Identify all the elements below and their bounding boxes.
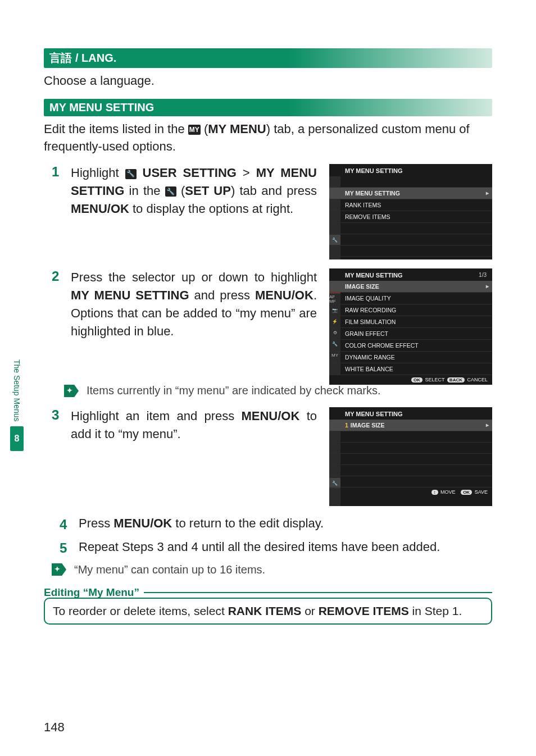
wrench-icon: 🔧: [125, 169, 137, 179]
s2-b2: MENU/OK: [255, 288, 314, 302]
lcd3-e4: [329, 465, 492, 476]
step-1-body: Highlight 🔧 USER SETTING > MY MENU SETTI…: [71, 164, 317, 218]
lcd1-row-0: MY MENU SETTING: [329, 188, 492, 199]
s2-b1: MY MENU SETTING: [71, 288, 189, 302]
lcd2-back-btn: BACK: [447, 377, 465, 382]
s1-t4: ) tab and press: [231, 184, 317, 198]
eb-b1: RANK ITEMS: [228, 604, 302, 617]
s2-t1: Press the selector up or down to highlig…: [71, 270, 317, 284]
step-1-num: 1: [52, 164, 64, 259]
lang-title: / LANG.: [75, 52, 116, 65]
editing-rule: [144, 592, 492, 593]
s4-b1: MENU/OK: [113, 516, 172, 530]
step-4-body: Press MENU/OK to return to the edit disp…: [79, 515, 324, 534]
step-3-body: Highlight an item and press MENU/OK to a…: [71, 407, 317, 443]
lcd1-empty-row: [329, 176, 492, 188]
intro-text-2: (: [201, 122, 208, 136]
note-2: “My menu” can contain up to 16 items.: [52, 563, 492, 576]
eb-b2: REMOVE ITEMS: [319, 604, 409, 617]
lcd3-e1: [329, 431, 492, 443]
lcd3-e2: [329, 443, 492, 454]
step-5-body: Repeat Steps 3 and 4 until all the desir…: [79, 539, 440, 558]
s1-t5: to display the options at right.: [129, 202, 293, 216]
lcd2-row-4: GRAIN EFFECT: [329, 328, 492, 340]
step-4-num: 4: [60, 515, 72, 534]
s2-t2: and press: [189, 288, 255, 302]
lcd-screenshot-3: 🔧 MY MENU SETTING 1IMAGE SIZE ↕ MOVE: [329, 407, 492, 506]
lcd3-e5: [329, 476, 492, 488]
section-header-mymenu: MY MENU SETTING: [44, 99, 492, 116]
lcd2-cancel: CANCEL: [467, 377, 488, 382]
lcd3-save: SAVE: [475, 489, 488, 495]
note-1: Items currently in “my menu” are indicat…: [64, 384, 492, 397]
lcd3-title: MY MENU SETTING: [329, 407, 492, 420]
lang-kanji: 言語: [49, 51, 72, 66]
s4-t1: Press: [79, 516, 113, 530]
note-1-text: Items currently in “my menu” are indicat…: [87, 384, 381, 397]
s1-t3: in the: [124, 184, 165, 198]
wrench-icon-2: 🔧: [165, 186, 176, 197]
lcd1-row-2: REMOVE ITEMS: [329, 211, 492, 223]
lcd2-ok-btn: OK: [411, 377, 423, 382]
step-2: 2 Press the selector up or down to highl…: [52, 268, 492, 375]
step-3: 3 Highlight an item and press MENU/OK to…: [52, 407, 492, 506]
lcd2-title: MY MENU SETTING: [329, 268, 492, 281]
lcd3-footer: ↕ MOVE OK SAVE: [329, 488, 492, 497]
lcd3-e3: [329, 454, 492, 465]
lcd1-row-1: RANK ITEMS: [329, 199, 492, 211]
lcd-screenshot-1: 🔧 MY MENU SETTING MY MENU SETTING RANK I…: [329, 164, 492, 259]
lcd1-empty-row4: [329, 245, 492, 257]
s1-b3: SET UP: [185, 184, 231, 198]
note-icon: [64, 385, 79, 397]
note-icon-2: [52, 563, 66, 576]
intro-text-1: Edit the items listed in the: [44, 122, 188, 136]
section-header-lang: 言語/ LANG.: [44, 48, 492, 68]
lcd2-row-7: WHITE BALANCE: [329, 363, 492, 375]
eb-1: To reorder or delete items, select: [53, 604, 228, 617]
lcd3-row-num: 1: [345, 422, 348, 429]
lcd2-row-1: IMAGE QUALITY: [329, 293, 492, 304]
editing-body: To reorder or delete items, select RANK …: [44, 598, 492, 625]
step-2-num: 2: [52, 268, 64, 375]
s4-t2: to return to the edit display.: [172, 516, 324, 530]
lang-body: Choose a language.: [44, 72, 492, 90]
note-2-text: “My menu” can contain up to 16 items.: [74, 563, 265, 576]
side-tab: The Setup Menus 8: [10, 359, 24, 505]
step-3-num: 3: [52, 407, 64, 506]
mymenu-intro: Edit the items listed in the MY (MY MENU…: [44, 121, 492, 156]
lcd2-select: SELECT: [425, 377, 444, 382]
lcd2-row-3: FILM SIMULATION: [329, 316, 492, 328]
lcd-screenshot-2: 1/3 I.Q. AF MF 📷 ⚡ ⚙ 🔧 MY MY MENU SETTIN…: [329, 268, 492, 375]
lcd2-row-6: DYNAMIC RANGE: [329, 352, 492, 363]
lcd3-row-text: IMAGE SIZE: [351, 422, 385, 429]
lcd3-move-icon: ↕: [431, 490, 438, 495]
lcd3-row-0: 1IMAGE SIZE: [329, 420, 492, 431]
s1-t1: Highlight: [71, 166, 125, 180]
editing-title: Editing “My Menu”: [44, 586, 145, 599]
lcd1-empty-row2: [329, 223, 492, 234]
step-5: 5 Repeat Steps 3 and 4 until all the des…: [60, 539, 492, 558]
side-tab-label: The Setup Menus: [12, 359, 21, 422]
lcd1-empty-row3: [329, 234, 492, 245]
lcd3-ok-btn: OK: [461, 490, 472, 495]
lcd1-title: MY MENU SETTING: [329, 164, 492, 176]
s1-t2: >: [237, 166, 256, 180]
lcd2-row-5: COLOR CHROME EFFECT: [329, 340, 492, 352]
s3-t1: Highlight an item and press: [71, 409, 241, 423]
lcd2-row-0: IMAGE SIZE: [329, 281, 492, 293]
step-1: 1 Highlight 🔧 USER SETTING > MY MENU SET…: [52, 164, 492, 259]
step-4: 4 Press MENU/OK to return to the edit di…: [60, 515, 492, 534]
editing-box: Editing “My Menu” To reorder or delete i…: [44, 586, 492, 625]
lcd2-footer: OK SELECT BACK CANCEL: [329, 375, 492, 385]
eb-2: or: [301, 604, 318, 617]
intro-bold: MY MENU: [208, 122, 266, 136]
s1-b4: MENU/OK: [71, 202, 129, 216]
eb-3: in Step 1.: [409, 604, 462, 617]
step-2-body: Press the selector up or down to highlig…: [71, 268, 317, 340]
page-number: 148: [44, 720, 65, 735]
s3-b1: MENU/OK: [241, 409, 299, 423]
step-5-num: 5: [60, 539, 72, 558]
my-tab-icon: MY: [188, 125, 201, 135]
s1-b1: USER SETTING: [143, 166, 237, 180]
lcd3-move: MOVE: [440, 489, 456, 495]
